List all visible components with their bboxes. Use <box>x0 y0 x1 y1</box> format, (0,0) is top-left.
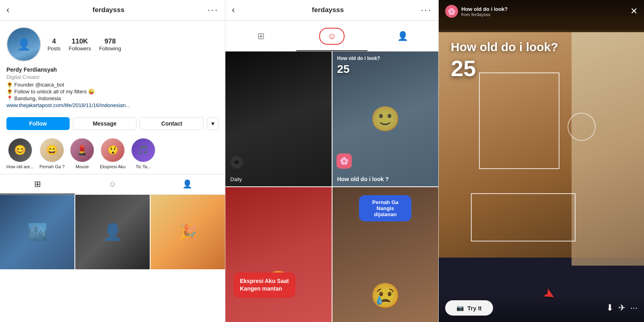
download-icon[interactable]: ⬇ <box>606 303 613 313</box>
filter-smiley-icon: ☺ <box>327 31 336 41</box>
back-button[interactable]: ‹ <box>6 5 9 15</box>
bio-line-1: 🌻 Founder @icaica_bot <box>6 82 219 88</box>
highlight-item-4[interactable]: 😲 Ekspresi Aku <box>100 138 126 169</box>
gallery-back-button[interactable]: ‹ <box>232 5 235 15</box>
posts-grid: 🏙️ 👤 🎉 <box>0 195 225 322</box>
share-icon[interactable]: ✈ <box>618 303 625 313</box>
dropdown-button[interactable]: ▾ <box>207 117 219 130</box>
bio-line-2: 🌻 Follow to unlock all of my filters 😜 <box>6 89 219 95</box>
story-bottom-controls: 📷 Try It ⬇ ✈ ··· <box>439 294 644 322</box>
highlight-item-2[interactable]: 😄 Pernah Ga ? <box>39 138 64 169</box>
story-from-label: from ferdaysss <box>461 12 508 17</box>
howold-title: How old do i look? <box>337 56 380 61</box>
howold-number: 25 <box>337 63 350 76</box>
camera-icon: 📷 <box>456 304 464 312</box>
followers-label: Followers <box>69 45 91 52</box>
story-avatar[interactable]: 🌸 <box>445 5 458 18</box>
pernah-line1: Pernah Ga <box>365 199 406 205</box>
gallery-grid: 👁 Daily 🙂 How old do i look? 25 🌸 How ol… <box>225 52 438 322</box>
eye-circle-overlay <box>568 113 596 141</box>
action-buttons: Follow Message Contact ▾ <box>0 114 225 135</box>
gallery-tagged-icon: 👤 <box>397 31 408 41</box>
gallery-tab-tagged[interactable]: 👤 <box>367 22 438 51</box>
gallery-tab-grid[interactable]: ⊞ <box>225 22 296 51</box>
highlight-item-3[interactable]: 💄 Mouve <box>70 138 94 169</box>
highlight-label-4: Ekspresi Aku <box>100 164 126 169</box>
gallery-username: ferdaysss <box>312 6 344 14</box>
highlight-label-2: Pernah Ga ? <box>39 164 64 169</box>
story-more-icon[interactable]: ··· <box>630 303 638 313</box>
daily-icon: 👁 <box>230 156 243 169</box>
highlight-circle-5: 🎵 <box>131 138 155 162</box>
follow-button[interactable]: Follow <box>6 117 70 130</box>
try-it-label: Try It <box>467 305 482 312</box>
face-detection-box-chin <box>471 193 576 242</box>
story-top-bar: 🌸 How old do i look? from ferdaysss ✕ <box>439 0 644 21</box>
ekspresi-line2: Kangen mantan <box>240 285 289 293</box>
bio-link[interactable]: www.thejakartapost.com/life/2018/11/16/i… <box>6 102 219 108</box>
panel-gallery: ‹ ferdaysss ··· ⊞ ☺ 👤 👁 Daily 🙂 <box>225 0 439 322</box>
avatar-image: 👤 <box>7 28 40 61</box>
highlight-label-1: How old are... <box>6 164 34 169</box>
gallery-header: ‹ ferdaysss ··· <box>225 0 438 21</box>
gallery-more-button[interactable]: ··· <box>421 5 432 15</box>
story-user-info: 🌸 How old do i look? from ferdaysss <box>445 5 508 18</box>
post-cell-3[interactable]: 🎉 <box>151 195 225 269</box>
gallery-cell-ekspresi[interactable]: 😊 Ekspresi Aku Saat Kangen mantan <box>225 187 332 322</box>
filter-tab-highlight: ☺ <box>319 28 344 45</box>
howold-pink-icon: 🌸 <box>336 153 352 169</box>
highlight-circle-1: 😊 <box>8 138 32 162</box>
gallery-cell-pernah[interactable]: 😢 Pernah Ga Nangis dijalanan <box>332 187 439 322</box>
highlight-circle-4: 😲 <box>101 138 125 162</box>
highlights-row: 😊 How old are... 😄 Pernah Ga ? 💄 Mouve 😲… <box>0 135 225 174</box>
post-cell-1[interactable]: 🏙️ <box>0 195 74 269</box>
profile-username: ferdaysss <box>93 6 124 14</box>
story-how-old-title: How old do i look? <box>461 6 508 12</box>
story-close-button[interactable]: ✕ <box>630 6 638 17</box>
gallery-cell-daily[interactable]: 👁 Daily <box>225 52 332 186</box>
followers-stat[interactable]: 110K Followers <box>69 37 91 52</box>
story-user-details: How old do i look? from ferdaysss <box>461 6 508 17</box>
followers-count: 110K <box>72 37 88 45</box>
highlight-item-1[interactable]: 😊 How old are... <box>6 138 34 169</box>
grid-icon: ⊞ <box>34 179 41 189</box>
tab-tagged[interactable]: 👤 <box>150 174 225 194</box>
avatar[interactable]: 👤 <box>6 27 41 62</box>
content-tab-bar: ⊞ ☺ 👤 <box>0 174 225 195</box>
post-cell-2[interactable]: 👤 <box>75 195 150 269</box>
posts-label: Posts <box>47 45 61 52</box>
profile-header: ‹ ferdaysss ··· <box>0 0 225 21</box>
try-it-button[interactable]: 📷 Try It <box>445 300 493 316</box>
panel-story: 🌸 How old do i look? from ferdaysss ✕ Ho… <box>439 0 644 322</box>
gallery-grid-icon: ⊞ <box>257 31 264 41</box>
following-count: 978 <box>104 37 116 45</box>
howold-bottom: How old do i look ? <box>337 176 389 182</box>
more-options-button[interactable]: ··· <box>208 5 219 15</box>
gallery-tab-bar: ⊞ ☺ 👤 <box>225 22 438 52</box>
posts-stat: 4 Posts <box>47 37 61 52</box>
panel-profile: ‹ ferdaysss ··· 👤 4 Posts 110K Followers… <box>0 0 225 322</box>
ekspresi-line1: Ekspresi Aku Saat <box>240 277 289 285</box>
highlight-item-5[interactable]: 🎵 Tic Ta... <box>131 138 155 169</box>
highlight-circle-2: 😄 <box>40 138 64 162</box>
message-button[interactable]: Message <box>73 117 137 130</box>
following-label: Following <box>99 45 121 52</box>
tab-grid[interactable]: ⊞ <box>0 174 75 194</box>
bio-name: Perdy Ferdiansyah <box>6 66 219 73</box>
bio-section: Perdy Ferdiansyah Digital Creator 🌻 Foun… <box>0 66 225 114</box>
tab-reels[interactable]: ☺ <box>75 174 150 194</box>
reels-icon: ☺ <box>108 180 116 189</box>
highlight-label-3: Mouve <box>76 164 89 169</box>
gallery-cell-howold[interactable]: 🙂 How old do i look? 25 🌸 How old do i l… <box>332 52 439 186</box>
profile-info-row: 👤 4 Posts 110K Followers 978 Following <box>0 21 225 66</box>
gallery-tab-filters[interactable]: ☺ <box>296 22 367 51</box>
highlight-label-5: Tic Ta... <box>136 164 151 169</box>
face-detection-box-main <box>479 72 559 169</box>
contact-button[interactable]: Contact <box>140 117 204 130</box>
stats-row: 4 Posts 110K Followers 978 Following <box>47 37 219 52</box>
pernah-line2: Nangis dijalanan <box>365 205 406 217</box>
bio-role: Digital Creator <box>6 74 219 80</box>
daily-label: Daily <box>230 176 242 182</box>
following-stat[interactable]: 978 Following <box>99 37 121 52</box>
tagged-icon: 👤 <box>182 179 192 189</box>
